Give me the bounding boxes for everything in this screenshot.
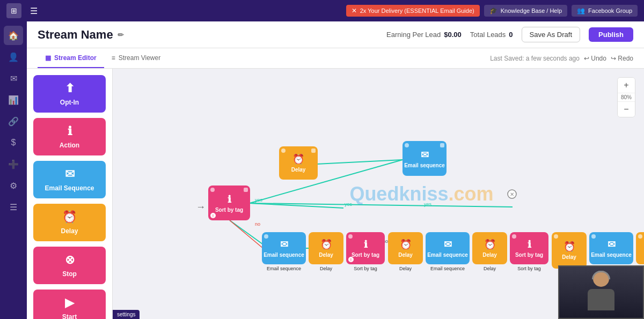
zoom-in-button[interactable]: + <box>618 78 635 93</box>
node-email-seq3-label: Email sequence <box>426 266 470 271</box>
sidebar-icon-email[interactable]: ✉ <box>4 69 23 88</box>
alert-icon: ✕ <box>352 7 357 14</box>
workflow-area: ⬆ Opt-In ℹ Action ✉ Email Sequence ⏰ Del… <box>27 69 644 319</box>
main-layout: 🏠 👤 ✉ 📊 🔗 $ ➕ ⚙ ☰ Stream Name ✏ Earning … <box>0 21 644 319</box>
tool-action[interactable]: ℹ Action <box>33 118 106 155</box>
svg-text:yes: yes <box>424 202 432 207</box>
opt-in-icon: ⬆ <box>65 81 75 95</box>
earning-per-lead: Earning Per Lead $0.00 <box>386 31 462 39</box>
svg-text:✕: ✕ <box>510 191 514 197</box>
svg-point-16 <box>508 190 516 198</box>
node-email-seq2[interactable]: ✉ Email sequence <box>262 232 306 264</box>
video-thumbnail <box>558 265 644 319</box>
action-icon: ℹ <box>68 124 72 138</box>
tab-stream-viewer[interactable]: ≡ Stream Viewer <box>104 49 169 68</box>
svg-text:no: no <box>255 221 260 227</box>
alert-button[interactable]: ✕ 2x Your Delivery (ESSENTIAL Email Guid… <box>346 5 480 17</box>
svg-line-15 <box>230 220 263 248</box>
headphones <box>592 271 610 279</box>
node-sort-by-tag2-label: Sort by tag <box>346 266 385 271</box>
sidebar-icon-dollar[interactable]: $ <box>4 133 23 152</box>
node-sort-by-tag2[interactable]: ! ℹ Sort by tag <box>346 232 385 264</box>
zoom-out-button[interactable]: − <box>618 102 635 117</box>
node-delay3-label: Delay <box>388 266 423 271</box>
people-icon: 👥 <box>577 7 585 14</box>
top-bar-left: ⊞ ☰ <box>6 3 38 18</box>
svg-text:yes: yes <box>345 202 353 207</box>
header-actions: Earning Per Lead $0.00 Total Leads 0 Sav… <box>386 27 633 42</box>
sidebar-icon-settings[interactable]: ⚙ <box>4 176 23 195</box>
node-email-seq-top[interactable]: ✉ Email sequence <box>402 141 447 176</box>
node-sort-by-tag1[interactable]: ! ℹ Sort by tag <box>208 186 250 220</box>
app-logo: ⊞ <box>6 3 21 18</box>
publish-button[interactable]: Publish <box>589 27 633 42</box>
svg-text:yes: yes <box>255 197 263 203</box>
page-title: Stream Name ✏ <box>38 28 124 42</box>
node-email-seq3[interactable]: ✉ Email sequence <box>426 232 470 264</box>
settings-label[interactable]: settings <box>113 310 140 319</box>
node-delay2[interactable]: ⏰ Delay <box>309 232 343 264</box>
total-leads: Total Leads 0 <box>470 31 513 39</box>
sidebar-icon-list[interactable]: ☰ <box>4 197 23 217</box>
tab-actions: Last Saved: a few seconds ago ↩ Undo ↪ R… <box>490 55 633 62</box>
node-delay5[interactable]: ⏰ Delay <box>552 232 587 269</box>
node-sort-by-tag3-label: Sort by tag <box>510 266 548 271</box>
sidebar-icon-users[interactable]: 👤 <box>4 47 23 66</box>
node-email-seq4[interactable]: ✉ Email sequence <box>589 232 633 264</box>
sidebar-icon-chart[interactable]: 📊 <box>4 90 23 109</box>
page-header: Stream Name ✏ Earning Per Lead $0.00 Tot… <box>27 21 644 48</box>
start-icon: ▶ <box>65 296 74 310</box>
sidebar-icon-dashboard[interactable]: 🏠 <box>4 26 23 45</box>
tools-panel: ⬆ Opt-In ℹ Action ✉ Email Sequence ⏰ Del… <box>27 69 113 319</box>
stream-viewer-icon: ≡ <box>112 54 115 62</box>
node-email-seq2-label: Email sequence <box>262 266 306 271</box>
stream-name-title: Stream Name <box>38 28 113 42</box>
top-bar: ⊞ ☰ ✕ 2x Your Delivery (ESSENTIAL Email … <box>0 0 644 21</box>
tabs-bar: ▦ Stream Editor ≡ Stream Viewer Last Sav… <box>27 48 644 69</box>
zoom-controls: + 80% − <box>617 77 635 117</box>
svg-line-0 <box>250 160 402 203</box>
facebook-group-button[interactable]: 👥 Facebook Group <box>572 5 638 17</box>
delay-icon: ⏰ <box>62 210 77 224</box>
person-silhouette <box>585 271 617 314</box>
svg-line-3 <box>250 203 343 208</box>
content-area: Stream Name ✏ Earning Per Lead $0.00 Tot… <box>27 21 644 319</box>
tool-opt-in[interactable]: ⬆ Opt-In <box>33 75 106 113</box>
watermark: Quedkniss.com <box>349 183 493 205</box>
svg-line-4 <box>250 203 513 207</box>
top-bar-right: ✕ 2x Your Delivery (ESSENTIAL Email Guid… <box>346 5 638 17</box>
undo-redo-group: ↩ Undo ↪ Redo <box>584 55 633 62</box>
node-delay4-label: Delay <box>472 266 507 271</box>
sidebar-icon-plus[interactable]: ➕ <box>4 154 23 174</box>
knowledge-base-button[interactable]: 🎓 Knowledge Base / Help <box>484 5 567 17</box>
sidebar: 🏠 👤 ✉ 📊 🔗 $ ➕ ⚙ ☰ <box>0 21 27 319</box>
stream-editor-icon: ▦ <box>45 54 51 62</box>
node-delay2-label: Delay <box>309 266 343 271</box>
tab-stream-editor[interactable]: ▦ Stream Editor <box>38 49 104 68</box>
node-delay4[interactable]: ⏰ Delay <box>472 232 507 264</box>
hamburger-menu[interactable]: ☰ <box>30 6 38 16</box>
video-person <box>559 266 643 318</box>
node-delay1[interactable]: ⏰ Delay <box>279 146 318 180</box>
node-delay3[interactable]: ⏰ Delay <box>388 232 423 264</box>
save-as-draft-button[interactable]: Save As Draft <box>522 27 580 42</box>
stop-icon: ⊗ <box>65 253 75 267</box>
workflow-canvas[interactable]: ✕ yes yes yes no -no- -no- ⏰ Delay <box>113 69 644 319</box>
edit-title-icon[interactable]: ✏ <box>118 31 124 39</box>
save-status: Last Saved: a few seconds ago <box>490 55 580 62</box>
entry-arrow: → <box>196 202 206 213</box>
tool-start[interactable]: ▶ Start <box>33 290 106 319</box>
redo-button[interactable]: ↪ Redo <box>611 55 633 62</box>
tool-stop[interactable]: ⊗ Stop <box>33 247 106 284</box>
person-body <box>588 289 614 310</box>
undo-button[interactable]: ↩ Undo <box>584 55 606 62</box>
tool-delay[interactable]: ⏰ Delay <box>33 204 106 241</box>
node-sort-by-tag3[interactable]: ℹ Sort by tag <box>510 232 548 264</box>
email-sequence-icon: ✉ <box>65 167 75 181</box>
sidebar-icon-link[interactable]: 🔗 <box>4 112 23 131</box>
tabs: ▦ Stream Editor ≡ Stream Viewer <box>38 49 168 68</box>
svg-line-1 <box>317 160 402 164</box>
node-delay6[interactable]: ⏰ Delay <box>636 232 644 264</box>
tool-email-sequence[interactable]: ✉ Email Sequence <box>33 161 106 198</box>
book-icon: 🎓 <box>489 7 497 14</box>
